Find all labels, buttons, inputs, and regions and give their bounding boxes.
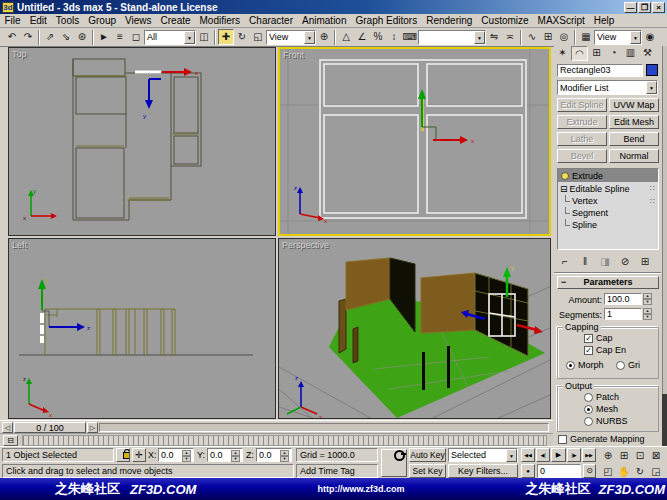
tab-hierarchy-icon[interactable]: ⊞	[588, 46, 605, 61]
time-slider-left-arrow[interactable]: ◁	[2, 422, 13, 433]
track-bar-ticks[interactable]	[22, 435, 547, 446]
viewport-left[interactable]: Y z z x Left	[8, 238, 276, 419]
select-and-rotate-icon[interactable]: ↻	[234, 29, 250, 45]
tab-modify-icon[interactable]: ◠	[571, 46, 588, 61]
pin-stack-icon[interactable]: ⌐	[557, 254, 573, 270]
cap-start-checkbox[interactable]	[584, 334, 593, 343]
y-coordinate-field[interactable]: 0.0 ▲▼	[207, 448, 243, 462]
menu-group[interactable]: Group	[84, 15, 121, 26]
select-and-move-icon[interactable]: ✚	[218, 29, 234, 45]
go-to-end-button[interactable]: ▶▶	[582, 448, 596, 462]
viewport-label-top[interactable]: Top	[12, 49, 27, 59]
snap-toggle-icon[interactable]: △	[338, 29, 354, 45]
absolute-mode-button[interactable]: ✛	[132, 448, 146, 462]
stack-item-spline[interactable]: Spline	[558, 219, 658, 231]
redo-icon[interactable]: ↷	[20, 29, 36, 45]
close-button[interactable]: ×	[652, 2, 665, 13]
select-and-scale-icon[interactable]: ◱	[250, 29, 266, 45]
parameters-rollout-header[interactable]: − Parameters	[557, 276, 659, 289]
make-unique-icon[interactable]: ◨	[597, 254, 613, 270]
undo-icon[interactable]: ↶	[4, 29, 20, 45]
chevron-down-icon[interactable]: ▼	[630, 31, 641, 44]
menu-animation[interactable]: Animation	[298, 15, 351, 26]
extrude-button[interactable]: Extrude	[557, 115, 607, 129]
amount-spinner[interactable]: ▲▼	[643, 293, 652, 305]
normal-button[interactable]: Normal	[609, 149, 659, 163]
segments-spinner[interactable]: ▲▼	[643, 308, 652, 320]
set-keys-button[interactable]	[381, 449, 407, 477]
chevron-down-icon[interactable]: ▼	[474, 31, 485, 44]
menu-tools[interactable]: Tools	[51, 15, 83, 26]
uvw-map-button[interactable]: UVW Map	[609, 98, 659, 112]
key-mode-toggle[interactable]: ●	[521, 464, 535, 478]
selection-filter-dropdown[interactable]: All ▼	[144, 30, 196, 45]
go-to-start-button[interactable]: ◀◀	[521, 448, 535, 462]
tab-create-icon[interactable]: ✶	[554, 46, 571, 61]
edit-spline-button[interactable]: Edit Spline	[557, 98, 607, 112]
auto-key-button[interactable]: Auto Key	[409, 448, 446, 462]
open-mini-curve-editor-icon[interactable]: ⊟	[3, 435, 18, 446]
object-name-field[interactable]: Rectangle03	[557, 64, 643, 77]
previous-frame-button[interactable]: ◀|	[536, 448, 550, 462]
stack-item-extrude[interactable]: Extrude	[558, 169, 658, 182]
chevron-down-icon[interactable]: ▼	[304, 31, 315, 44]
select-by-name-icon[interactable]: ≡	[112, 29, 128, 45]
morph-radio[interactable]	[566, 361, 575, 370]
amount-field[interactable]: 100.0	[604, 293, 642, 305]
x-spinner[interactable]: ▲▼	[182, 450, 191, 461]
reference-coordinate-dropdown[interactable]: View ▼	[266, 30, 316, 45]
current-frame-field[interactable]: 0	[537, 464, 581, 478]
remove-modifier-icon[interactable]: ⊘	[617, 254, 633, 270]
render-scene-icon[interactable]: ▦	[578, 29, 594, 45]
menu-help[interactable]: Help	[589, 15, 619, 26]
key-filter-dropdown[interactable]: Selected ▼	[448, 448, 518, 462]
stack-item-editable-spline[interactable]: ⊟ Editable Spline ∷	[558, 182, 658, 195]
tab-utilities-icon[interactable]: ⚒	[639, 46, 656, 61]
menu-customize[interactable]: Customize	[477, 15, 533, 26]
grid-radio[interactable]	[616, 361, 625, 370]
quick-render-icon[interactable]: ◉	[642, 29, 658, 45]
command-panel-scrollbar[interactable]	[662, 46, 667, 446]
y-spinner[interactable]: ▲▼	[231, 450, 240, 461]
viewport-top[interactable]: x y x y Top	[8, 47, 276, 236]
rect-selection-region-icon[interactable]: ◻	[128, 29, 144, 45]
time-configuration-button[interactable]: ⊙	[583, 464, 596, 478]
stack-item-segment[interactable]: Segment	[558, 207, 658, 219]
object-color-swatch[interactable]	[646, 64, 658, 76]
curve-editor-icon[interactable]: ∿	[524, 29, 540, 45]
tab-motion-icon[interactable]: ◔	[605, 46, 622, 61]
zoom-all-icon[interactable]: ⊞	[616, 448, 632, 464]
viewport-perspective[interactable]: Y z x Perspective	[278, 238, 551, 419]
show-end-result-icon[interactable]: ‖	[577, 254, 593, 270]
menu-views[interactable]: Views	[121, 15, 157, 26]
percent-snap-icon[interactable]: %	[370, 29, 386, 45]
generate-mapping-checkbox[interactable]	[558, 435, 567, 444]
viewport-label-left[interactable]: Left	[12, 240, 27, 250]
select-object-icon[interactable]: ►	[96, 29, 112, 45]
zoom-icon[interactable]: ⊕	[600, 448, 616, 464]
keyboard-override-icon[interactable]: ⌨	[402, 29, 418, 45]
menu-modifiers[interactable]: Modifiers	[195, 15, 245, 26]
align-icon[interactable]: ≍	[502, 29, 518, 45]
time-slider-track[interactable]	[99, 423, 549, 432]
scrollbar-thumb[interactable]	[662, 394, 667, 446]
unlink-selection-icon[interactable]: ⇘	[58, 29, 74, 45]
x-coordinate-field[interactable]: 0.0 ▲▼	[158, 448, 194, 462]
cap-end-checkbox[interactable]	[584, 346, 593, 355]
zoom-extents-all-icon[interactable]: ⊠	[648, 448, 664, 464]
select-and-link-icon[interactable]: ⇗	[42, 29, 58, 45]
bevel-button[interactable]: Bevel	[557, 149, 607, 163]
spinner-snap-icon[interactable]: ↕	[386, 29, 402, 45]
mesh-radio[interactable]	[584, 405, 593, 414]
mirror-icon[interactable]: ⇋	[486, 29, 502, 45]
configure-modifier-sets-icon[interactable]: ⊞	[637, 254, 653, 270]
time-slider-right-arrow[interactable]: ▷	[87, 422, 98, 433]
tab-display-icon[interactable]: ▥	[622, 46, 639, 61]
patch-radio[interactable]	[584, 393, 593, 402]
key-filters-button[interactable]: Key Filters...	[448, 464, 518, 478]
render-type-dropdown[interactable]: View ▼	[594, 30, 642, 45]
material-editor-icon[interactable]: ◎	[556, 29, 572, 45]
menu-file[interactable]: File	[0, 15, 25, 26]
named-selection-sets-dropdown[interactable]: ▼	[418, 30, 486, 45]
set-key-button[interactable]: Set Key	[409, 464, 446, 478]
